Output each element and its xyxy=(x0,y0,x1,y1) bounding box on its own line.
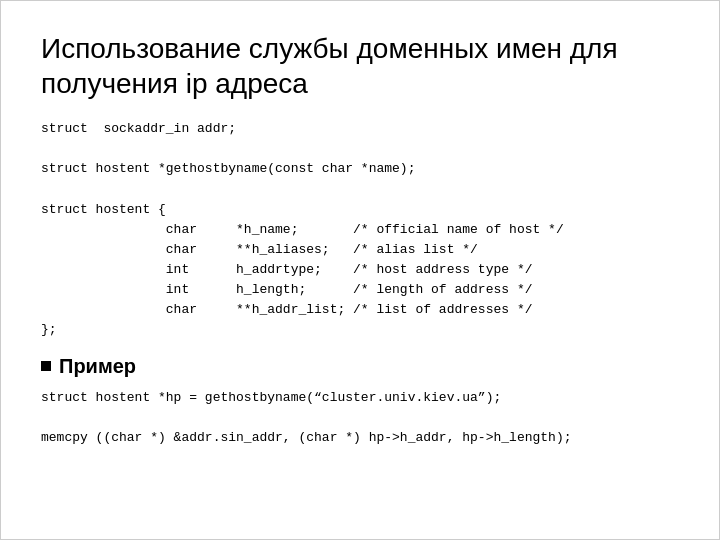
slide: Использование службы доменных имен для п… xyxy=(0,0,720,540)
example-label: Пример xyxy=(59,355,136,378)
code-block-1: struct sockaddr_in addr; struct hostent … xyxy=(41,119,679,341)
bullet-icon xyxy=(41,361,51,371)
code-block-2: struct hostent *hp = gethostbyname(“clus… xyxy=(41,388,679,448)
slide-title: Использование службы доменных имен для п… xyxy=(41,31,679,101)
example-section: Пример xyxy=(41,355,679,378)
